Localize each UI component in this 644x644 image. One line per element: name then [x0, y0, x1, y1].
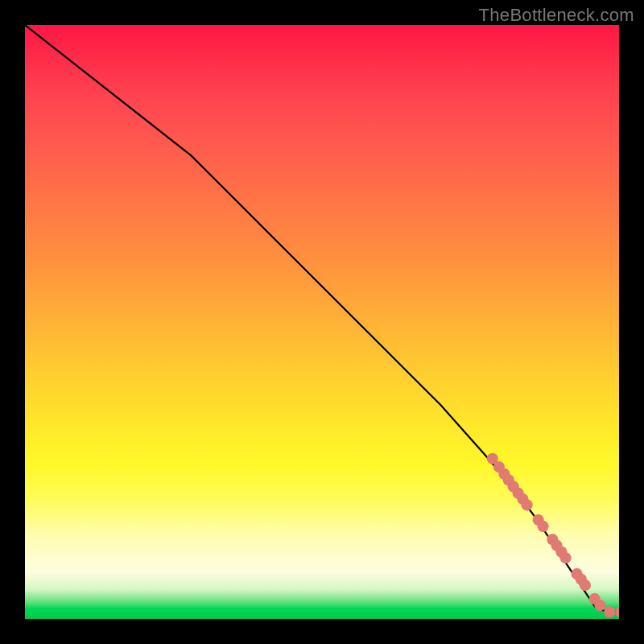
point-p17: [580, 580, 591, 591]
point-p21: [615, 606, 619, 617]
point-p10: [537, 521, 548, 532]
chart-frame: TheBottleneck.com: [0, 0, 644, 644]
point-p20: [604, 606, 615, 617]
point-p8: [522, 499, 533, 510]
watermark-text: TheBottleneck.com: [479, 5, 634, 26]
data-points: [487, 453, 619, 618]
chart-overlay: [25, 25, 619, 619]
plot-area: [25, 25, 619, 619]
point-p14: [559, 552, 571, 564]
bottleneck-curve: [25, 25, 619, 612]
point-p19: [594, 600, 605, 611]
